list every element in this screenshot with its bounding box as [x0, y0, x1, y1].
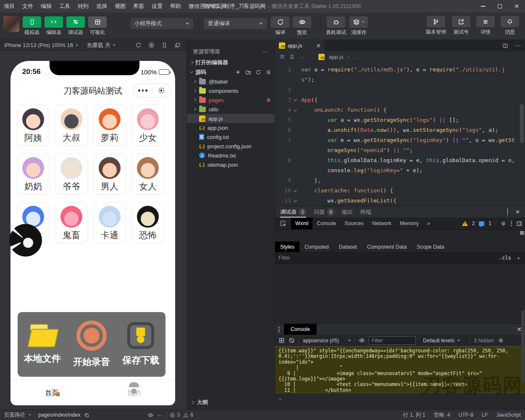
user-avatar[interactable] [3, 16, 19, 32]
tree-item-sitemap.json[interactable]: {..}sitemap.json [187, 160, 275, 169]
code-line[interactable]: 8this.globalData.loginKey = e, this.glob… [275, 155, 525, 176]
fold-icon[interactable] [291, 105, 299, 115]
menu-item-帮助[interactable]: 帮助 [166, 0, 185, 13]
menu-item-视图[interactable]: 视图 [111, 0, 129, 13]
nav-back-icon[interactable]: ← [299, 54, 304, 60]
styles-tab-Dataset[interactable]: Dataset [334, 242, 362, 252]
code-line[interactable]: 7var e = wx.getStorageSync("loginKey") |… [275, 135, 525, 155]
console-drawer-tab[interactable]: Console [284, 324, 317, 335]
code-line[interactable]: 9}, [275, 176, 525, 186]
panel-tab-问题[interactable]: 问题9 [314, 206, 334, 218]
compile-select[interactable]: 普通编译 [204, 18, 267, 29]
preview-eye-icon[interactable] [147, 412, 154, 418]
editor-scrollbar[interactable] [520, 104, 524, 143]
capsule-close-icon[interactable] [152, 88, 171, 93]
menu-item-选择[interactable]: 选择 [92, 0, 111, 13]
split-editor-icon[interactable] [502, 43, 508, 49]
warning-count[interactable]: 2 [472, 220, 475, 226]
statusbar-more-icon[interactable]: ⋯ [157, 412, 163, 418]
bookmark-icon[interactable] [289, 54, 295, 60]
console-levels-select[interactable]: Default levels [423, 338, 460, 344]
console-prompt[interactable]: › [275, 393, 525, 410]
toolbar-button-可视化[interactable]: 可视化 [88, 16, 107, 36]
page-path-value[interactable]: pages/index/index [38, 412, 81, 418]
toolbar-button-编辑器[interactable]: 编辑器 [45, 16, 63, 36]
panel-scrollbar[interactable] [520, 231, 524, 235]
breadcrumb-more[interactable]: … [354, 54, 359, 60]
clear-console-icon[interactable] [289, 337, 295, 344]
tree-item-app.js[interactable]: JSapp.js [187, 114, 275, 123]
mode-select[interactable]: 小程序模式 [130, 18, 193, 29]
styles-tab-Scope-Data[interactable]: Scope Data [412, 242, 449, 252]
phone-tab-我的[interactable]: 我的 [93, 380, 175, 405]
devtools-tab-Network[interactable]: Network [368, 218, 396, 229]
code-line[interactable]: 2 [275, 85, 525, 95]
new-file-icon[interactable]: ＋ [235, 68, 241, 76]
collapse-panel-icon[interactable] [507, 209, 508, 215]
outline-section[interactable]: 大纲 [187, 397, 275, 407]
new-style-rule-icon[interactable]: ＋ [515, 254, 522, 262]
menu-item-文件[interactable]: 文件 [18, 0, 37, 13]
more-menu-icon[interactable] [134, 89, 152, 92]
eol-setting[interactable]: LF [482, 412, 488, 418]
console-filter-input[interactable] [369, 336, 416, 345]
run-icon[interactable] [278, 337, 285, 344]
code-line[interactable]: 11wx.getSavedFileList({ [275, 196, 525, 206]
code-line[interactable]: 5var a = wx.getStorageSync("logs") || []… [275, 115, 525, 125]
gear-icon[interactable] [500, 220, 507, 227]
menu-item-转到[interactable]: 转到 [74, 0, 92, 13]
inspect-element-icon[interactable] [278, 219, 289, 228]
rotate-icon[interactable] [135, 42, 142, 48]
action-本地文件[interactable]: 本地文件 [18, 312, 67, 377]
styles-filter-input[interactable] [278, 255, 495, 261]
tree-item-pages[interactable]: pages [187, 95, 275, 105]
hot-reload-toggle[interactable]: 热重载 关 [83, 40, 120, 50]
code-line[interactable]: 4onLaunch: function() { [275, 105, 525, 115]
indent-setting[interactable]: 空格: 4 [434, 412, 450, 419]
hidden-count[interactable]: 3 hidden [474, 338, 494, 344]
fold-icon[interactable] [291, 186, 299, 196]
explorer-more-icon[interactable]: ⋯ [262, 49, 269, 55]
menu-item-设置[interactable]: 设置 [148, 0, 166, 13]
menu-item-界面[interactable]: 界面 [129, 0, 148, 13]
panel-tab-终端[interactable]: 终端 [360, 206, 371, 218]
menu-item-项目[interactable]: 项目 [0, 0, 18, 13]
console-settings-icon[interactable] [498, 337, 504, 344]
action-保存下载[interactable]: 保存下载 [116, 312, 165, 377]
toolbar-button-真机调试[interactable]: 真机调试 [326, 16, 346, 36]
warning-icon[interactable] [462, 221, 468, 226]
code-line[interactable]: 10claerCache: function() { [275, 186, 525, 196]
tree-item-config.txt[interactable]: config.txt [187, 132, 275, 142]
editor-more-icon[interactable]: ⋯ [514, 42, 521, 50]
panel-tab-输出[interactable]: 输出 [342, 206, 353, 218]
voice-card-阿姨[interactable]: 阿姨 [17, 105, 50, 146]
tree-item-Readme.txt[interactable]: iReadme.txt [187, 151, 275, 160]
panel-tab-调试器[interactable]: 调试器2 [280, 206, 306, 218]
toolbar-button-模拟器[interactable]: 模拟器 [23, 16, 41, 36]
console-context-select[interactable]: appservice (#5) [303, 338, 351, 344]
tree-item-project.config.json[interactable]: {..}project.config.json [187, 142, 275, 151]
voice-card-女人[interactable]: 女人 [131, 153, 164, 194]
record-circle-icon[interactable] [148, 42, 155, 48]
voice-card-少女[interactable]: 少女 [131, 105, 164, 146]
close-panel-icon[interactable]: ✕ [515, 209, 520, 215]
cursor-position[interactable]: 行 1, 列 1 [403, 412, 425, 419]
code-line[interactable]: 6a.unshift(Date.now()), wx.setStorageSyn… [275, 125, 525, 135]
toolbar-button-清缓存[interactable]: 清缓存 [349, 16, 368, 36]
voice-card-大叔[interactable]: 大叔 [55, 105, 88, 146]
minimize-button[interactable] [475, 0, 491, 13]
device-select[interactable]: iPhone 12/13 (Pro) 100% 16 [0, 40, 82, 50]
voice-card-鬼畜[interactable]: 鬼畜 [55, 202, 88, 243]
devtools-more-icon[interactable] [511, 221, 512, 226]
devtools-tab-Memory[interactable]: Memory [396, 218, 423, 229]
source-section[interactable]: 源码 ＋ [187, 67, 275, 77]
styles-tab-Component-Data[interactable]: Component Data [362, 242, 412, 252]
phone-tab-首页[interactable]: 首页 [10, 380, 93, 405]
tree-item-components[interactable]: components [187, 86, 275, 95]
voice-card-男人[interactable]: 男人 [93, 153, 126, 194]
styles-tab-Styles[interactable]: Styles [275, 242, 299, 252]
multi-window-icon[interactable] [174, 42, 181, 48]
maximize-button[interactable] [491, 0, 508, 13]
open-editors-section[interactable]: 打开的编辑器 [187, 58, 275, 67]
dock-icon[interactable] [516, 220, 522, 227]
